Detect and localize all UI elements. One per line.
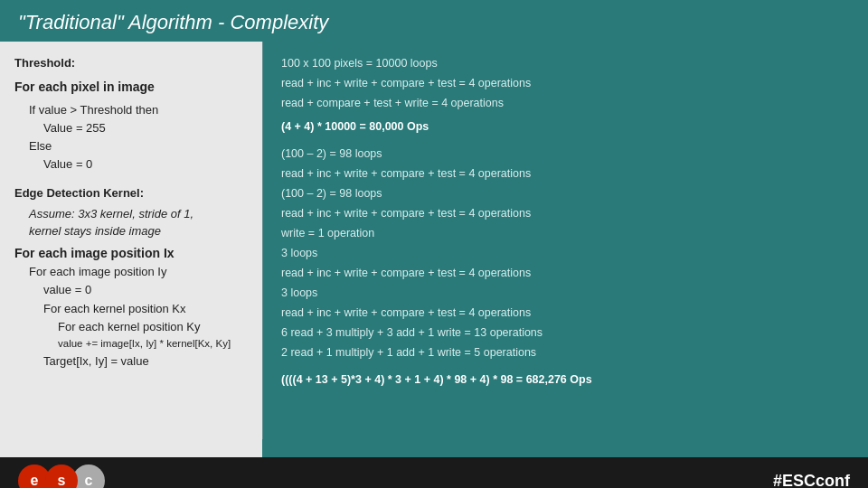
right-line1: 100 x 100 pixels = 10000 loops: [281, 54, 850, 72]
right-line6: (100 – 2) = 98 loops: [281, 184, 850, 202]
right-line14: 2 read + 1 multiply + 1 add + 1 write = …: [281, 343, 850, 361]
value-plus: value += image[Ix, Iy] * kernel[Kx, Ky]: [58, 336, 248, 352]
for-each-image-iy: For each image position Iy: [29, 263, 248, 281]
value-init: value = 0: [43, 281, 248, 299]
right-line8: write = 1 operation: [281, 224, 850, 242]
header-title: "Traditional" Algorithm - Complexity: [18, 11, 328, 33]
left-panel: Threshold: For each pixel in image If va…: [0, 42, 262, 457]
value-255: Value = 255: [43, 119, 248, 137]
value-0: Value = 0: [43, 155, 248, 174]
right-line10: read + inc + write + compare + test = 4 …: [281, 264, 850, 282]
assume-line1: Assume: 3x3 kernel, stride of 1,: [29, 205, 248, 223]
right-summary2: ((((4 + 13 + 5)*3 + 4) * 3 + 1 + 4) * 98…: [281, 371, 850, 389]
for-each-pixel-heading: For each pixel in image: [14, 78, 248, 98]
right-summary1: (4 + 4) * 10000 = 80,000 Ops: [281, 117, 850, 136]
header: "Traditional" Algorithm - Complexity: [0, 0, 868, 42]
footer-logo: e s c: [18, 465, 105, 488]
for-each-kernel-kx: For each kernel position Kx: [43, 300, 248, 318]
right-line7: read + inc + write + compare + test = 4 …: [281, 204, 850, 222]
assume-line2: kernel stays inside image: [29, 222, 248, 240]
target-line: Target[Ix, Iy] = value: [43, 352, 248, 371]
right-line5: read + inc + write + compare + test = 4 …: [281, 164, 850, 183]
right-line11: 3 loops: [281, 284, 850, 302]
footer: e s c #ESCconf: [0, 457, 868, 488]
right-line9: 3 loops: [281, 244, 850, 262]
else-line: Else: [29, 137, 248, 155]
for-each-image-ix: For each image position Ix: [14, 244, 248, 264]
footer-hashtag: #ESCconf: [773, 472, 850, 489]
for-each-kernel-ky: For each kernel position Ky: [58, 318, 248, 336]
right-line4: (100 – 2) = 98 loops: [281, 145, 850, 163]
right-line13: 6 read + 3 multiply + 3 add + 1 write = …: [281, 324, 850, 342]
threshold-label: Threshold:: [14, 54, 248, 72]
edge-detection-heading: Edge Detection Kernel:: [14, 184, 248, 202]
right-line3: read + compare + test + write = 4 operat…: [281, 94, 850, 112]
logo-s: s: [45, 465, 78, 488]
right-line12: read + inc + write + compare + test = 4 …: [281, 304, 850, 322]
right-panel: 100 x 100 pixels = 10000 loops read + in…: [263, 42, 868, 457]
if-line: If value > Threshold then: [29, 101, 248, 119]
right-line2: read + inc + write + compare + test = 4 …: [281, 74, 850, 92]
